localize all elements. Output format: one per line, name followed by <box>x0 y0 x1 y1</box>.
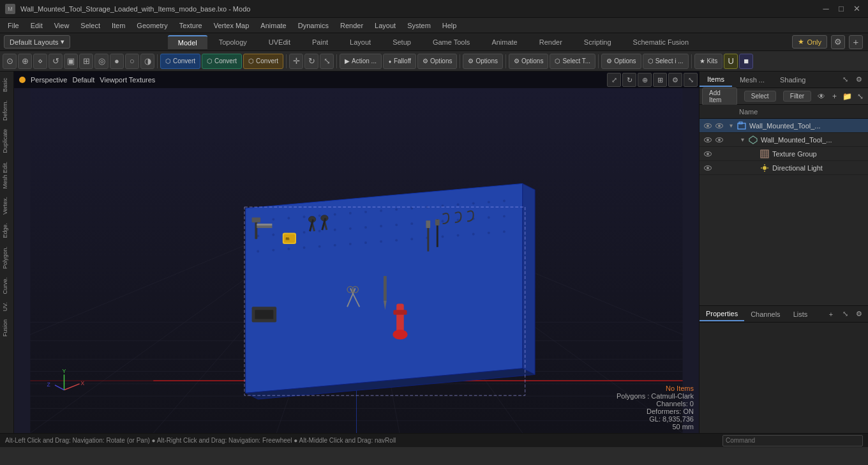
vp-ctrl-zoom[interactable]: ⊕ <box>638 73 652 87</box>
menu-help[interactable]: Help <box>437 20 462 31</box>
default-layouts-dropdown[interactable]: Default Layouts ▾ <box>4 35 70 49</box>
convert-button-3[interactable]: ⬡ Convert <box>243 54 283 69</box>
tab-model[interactable]: Model <box>168 35 207 49</box>
tab-game-tools[interactable]: Game Tools <box>423 36 481 49</box>
tab-layout[interactable]: Layout <box>340 36 381 49</box>
menu-layout[interactable]: Layout <box>370 20 401 31</box>
sidebar-tab-uv[interactable]: UV. <box>1 298 13 315</box>
menu-view[interactable]: View <box>49 20 75 31</box>
options-button-3[interactable]: ⚙ Options <box>509 54 548 69</box>
menu-item[interactable]: Item <box>107 20 130 31</box>
menu-file[interactable]: File <box>3 20 24 31</box>
tab-schematic-fusion[interactable]: Schematic Fusion <box>623 36 699 49</box>
vp-ctrl-settings[interactable]: ⚙ <box>668 73 682 87</box>
tab-properties[interactable]: Properties <box>700 307 744 321</box>
item-row-4[interactable]: Directional Light <box>700 161 868 175</box>
minimize-button[interactable]: ─ <box>819 3 832 15</box>
sidebar-tab-vertex[interactable]: Vertex. <box>1 193 13 218</box>
toolbar-icon-2[interactable]: ⊕ <box>18 54 32 69</box>
sidebar-tab-edge[interactable]: Edge. <box>1 219 13 242</box>
viewport-dot[interactable] <box>19 77 26 83</box>
tab-shading[interactable]: Shading <box>772 73 813 86</box>
kits-button[interactable]: ★ Kits <box>694 54 723 69</box>
options-button-4[interactable]: ⚙ Options <box>601 54 641 69</box>
add-item-button[interactable]: Add Item <box>702 88 737 105</box>
tab-topology[interactable]: Topology <box>209 36 257 49</box>
menu-animate[interactable]: Animate <box>255 20 291 31</box>
toolbar-icon-4[interactable]: ↺ <box>49 54 63 69</box>
options-button-1[interactable]: ⚙ Options <box>417 54 457 69</box>
tab-uvedit[interactable]: UVEdit <box>258 36 301 49</box>
items-expand-icon[interactable]: ⤡ <box>855 90 865 103</box>
eye-toggle-4b[interactable] <box>714 162 725 174</box>
toolbar-icon-5[interactable]: ▣ <box>64 54 78 69</box>
tab-channels[interactable]: Channels <box>744 308 786 321</box>
props-add-icon[interactable]: + <box>825 308 837 321</box>
sidebar-tab-deform[interactable]: Deform. <box>1 96 13 125</box>
tab-mesh[interactable]: Mesh ... <box>732 73 772 86</box>
viewport[interactable]: Perspective Default Viewport Textures ⤢ … <box>14 72 699 433</box>
toolbar-icon-6[interactable]: ⊞ <box>79 54 93 69</box>
expand-2[interactable]: ▾ <box>737 136 748 143</box>
action-button[interactable]: ▶ Action ... <box>340 54 382 69</box>
filter-button[interactable]: Filter <box>783 91 811 102</box>
menu-dynamics[interactable]: Dynamics <box>293 20 334 31</box>
eye-toggle-1[interactable] <box>702 120 714 132</box>
sidebar-tab-polygon[interactable]: Polygon. <box>1 243 13 273</box>
rt-settings-icon[interactable]: ⚙ <box>853 73 865 86</box>
rt-expand-icon[interactable]: ⤡ <box>839 73 851 86</box>
menu-select[interactable]: Select <box>75 20 105 31</box>
toolbar-icon-10[interactable]: ◑ <box>140 54 154 69</box>
toolbar-icon-8[interactable]: ● <box>110 54 124 69</box>
toolbar-icon-rotate[interactable]: ↻ <box>304 54 318 69</box>
menu-edit[interactable]: Edit <box>26 20 48 31</box>
menu-render[interactable]: Render <box>335 20 368 31</box>
layout-add-button[interactable]: + <box>849 35 863 49</box>
eye-toggle-3b[interactable] <box>714 148 725 160</box>
viewport-perspective-label[interactable]: Perspective <box>31 76 67 84</box>
toolbar-icon-u[interactable]: U <box>724 54 738 69</box>
eye-toggle-2[interactable] <box>702 134 714 146</box>
expand-1[interactable]: ▾ <box>725 122 737 129</box>
sidebar-tab-curve[interactable]: Curve. <box>1 273 13 298</box>
toolbar-icon-9[interactable]: ○ <box>125 54 139 69</box>
layout-gear-icon[interactable]: ⚙ <box>831 35 845 49</box>
options-button-2[interactable]: ⚙ Options <box>463 54 502 69</box>
vp-ctrl-rotate[interactable]: ↻ <box>622 73 636 87</box>
props-settings-icon[interactable]: ⚙ <box>853 308 865 321</box>
eye-toggle-4[interactable] <box>702 162 714 174</box>
viewport-texture-label[interactable]: Viewport Textures <box>100 76 155 84</box>
menu-vertex-map[interactable]: Vertex Map <box>209 20 255 31</box>
items-add-icon[interactable]: + <box>829 90 839 103</box>
menu-system[interactable]: System <box>402 20 436 31</box>
eye-toggle-3[interactable] <box>702 148 714 160</box>
vp-ctrl-expand[interactable]: ⤡ <box>684 73 698 87</box>
eye-toggle-2b[interactable] <box>714 134 725 146</box>
toolbar-icon-scale[interactable]: ⤡ <box>320 54 334 69</box>
item-row-1[interactable]: ▾ Wall_Mounted_Tool_... <box>700 119 868 133</box>
item-row-2[interactable]: ▾ Wall_Mounted_Tool_... <box>700 133 868 147</box>
items-eye-icon[interactable]: 👁 <box>816 90 827 103</box>
item-row-3[interactable]: Texture Group <box>700 147 868 161</box>
tab-paint[interactable]: Paint <box>302 36 338 49</box>
sidebar-tab-duplicate[interactable]: Duplicate <box>1 125 13 157</box>
toolbar-icon-7[interactable]: ◎ <box>94 54 108 69</box>
toolbar-icon-unreal[interactable]: ■ <box>739 54 753 69</box>
eye-toggle-1b[interactable] <box>714 120 725 132</box>
sidebar-tab-basic[interactable]: Basic <box>1 74 13 96</box>
toolbar-icon-1[interactable]: ⊙ <box>3 54 17 69</box>
menu-geometry[interactable]: Geometry <box>131 20 172 31</box>
tab-items[interactable]: Items <box>700 73 732 87</box>
items-folder-icon[interactable]: 📁 <box>842 90 853 103</box>
tab-lists[interactable]: Lists <box>787 308 814 321</box>
tab-render[interactable]: Render <box>529 36 572 49</box>
sidebar-tab-mesh-edit[interactable]: Mesh Edit. <box>1 158 13 193</box>
toolbar-icon-3[interactable]: ⋄ <box>33 54 47 69</box>
select-i-button[interactable]: ⬡ Select i ... <box>643 54 689 69</box>
tab-scripting[interactable]: Scripting <box>574 36 622 49</box>
select-button[interactable]: Select <box>744 91 776 102</box>
props-expand-icon[interactable]: ⤡ <box>839 308 851 321</box>
menu-texture[interactable]: Texture <box>174 20 207 31</box>
tab-animate[interactable]: Animate <box>481 36 527 49</box>
convert-button-2[interactable]: ⬡ Convert <box>202 54 242 69</box>
